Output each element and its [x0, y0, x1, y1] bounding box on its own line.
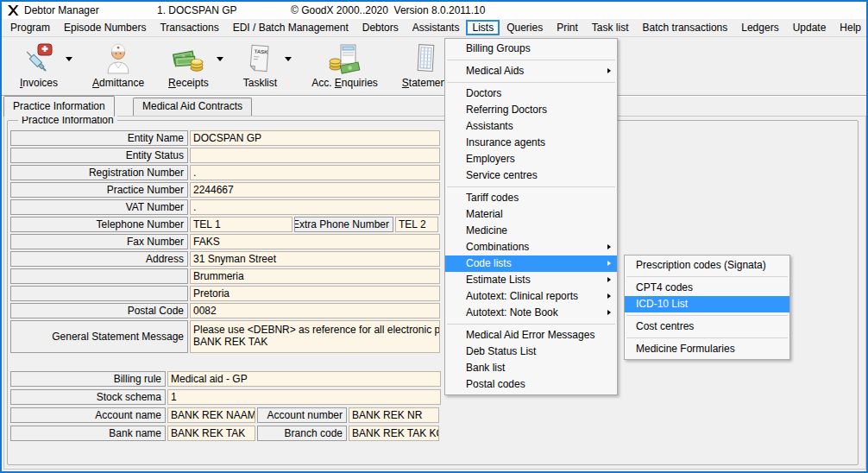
- menu-item-estimate-lists[interactable]: Estimate Lists: [445, 272, 617, 288]
- field-label-extra-phone-number: Extra Phone Number: [294, 217, 393, 232]
- field-bank-name[interactable]: BANK REK TAK: [167, 426, 255, 441]
- menubar-item-batch-transactions[interactable]: Batch transactions: [636, 19, 735, 36]
- field-registration-number[interactable]: .: [190, 165, 440, 180]
- menubar-item-transactions[interactable]: Transactions: [153, 19, 225, 36]
- submenu-arrow-icon: [607, 261, 611, 266]
- field-account-name[interactable]: BANK REK NAAM: [167, 407, 255, 423]
- submenu-arrow-icon: [607, 293, 611, 299]
- menubar-item-task-list[interactable]: Task list: [585, 19, 636, 36]
- menu-item-autotext-clinical-reports[interactable]: Autotext: Clinical reports: [445, 288, 617, 305]
- field-practice-number[interactable]: 2244667: [190, 182, 440, 198]
- titlebar: Debtor Manager 1. DOCSPAN GP © GoodX 200…: [2, 2, 866, 19]
- field-blank[interactable]: Pretoria: [190, 286, 440, 301]
- menu-item-code-lists[interactable]: Code lists: [445, 255, 617, 272]
- menubar-item-ledgers[interactable]: Ledgers: [734, 19, 785, 36]
- submenu-arrow-icon: [607, 244, 611, 249]
- menubar-item-help[interactable]: Help: [833, 19, 868, 36]
- menubar-item-print[interactable]: Print: [550, 19, 585, 36]
- field-fax-number[interactable]: FAKS: [190, 234, 440, 249]
- invoices-button[interactable]: Invoices: [12, 40, 66, 91]
- toolbar-label: Invoices: [20, 77, 58, 89]
- toolbar-label: Statement: [402, 77, 450, 89]
- menubar-item-lists[interactable]: Lists: [466, 20, 500, 35]
- menu-item-autotext-note-book[interactable]: Autotext: Note Book: [445, 305, 617, 321]
- menubar-item-assistants[interactable]: Assistants: [406, 19, 467, 36]
- tab-practice-information[interactable]: Practice Information: [3, 96, 115, 117]
- acc-enquiries-button[interactable]: Acc. Enquiries: [304, 40, 386, 91]
- field-entity-status[interactable]: [190, 148, 440, 163]
- menu-item-combinations[interactable]: Combinations: [445, 239, 617, 255]
- money-icon: [172, 42, 204, 75]
- field-blank[interactable]: Brummeria: [190, 268, 440, 284]
- receipts-button[interactable]: Receipts: [160, 40, 217, 91]
- menu-item-service-centres[interactable]: Service centres: [445, 167, 617, 184]
- svg-text:TASK: TASK: [255, 49, 269, 55]
- menu-item-referring-doctors[interactable]: Referring Doctors: [445, 102, 617, 118]
- field-general-statement-message[interactable]: Please use <DEBNR> as reference for all …: [190, 320, 440, 353]
- code-lists-submenu: Prescription codes (Signata)CPT4 codesIC…: [624, 255, 790, 360]
- tasklist-button[interactable]: TASKTasklist: [236, 40, 285, 91]
- submenu-arrow-icon: [607, 277, 611, 282]
- field-billing-rule[interactable]: Medical aid - GP: [167, 371, 441, 387]
- field-extra-phone-number[interactable]: TEL 2: [395, 217, 438, 232]
- toolbar-label: Admittance: [92, 77, 144, 89]
- menu-item-material[interactable]: Material: [445, 206, 617, 223]
- menu-item-bank-list[interactable]: Bank list: [445, 360, 617, 376]
- practice-row-blank: Brummeria: [10, 268, 440, 284]
- menu-item-medicine-formularies[interactable]: Medicine Formularies: [625, 341, 789, 357]
- field-address[interactable]: 31 Snyman Street: [190, 251, 440, 267]
- practice-row-address: Address31 Snyman Street: [10, 251, 440, 267]
- menu-item-prescription-codes-signata[interactable]: Prescription codes (Signata): [625, 257, 789, 274]
- menu-item-billing-groups[interactable]: Billing Groups: [445, 41, 617, 57]
- billing-row-bank-name: Bank nameBANK REK TAKBranch codeBANK REK…: [10, 426, 441, 441]
- debtor-manager-window: Debtor Manager 1. DOCSPAN GP © GoodX 200…: [0, 0, 868, 473]
- field-vat-number[interactable]: .: [190, 199, 440, 215]
- menubar: ProgramEpisode NumbersTransactionsEDI / …: [2, 19, 866, 37]
- menu-item-icd-10-list[interactable]: ICD-10 List: [625, 296, 789, 312]
- field-entity-name[interactable]: DOCSPAN GP: [190, 130, 440, 146]
- field-label-entity-status: Entity Status: [10, 148, 188, 163]
- menubar-item-episode-numbers[interactable]: Episode Numbers: [57, 19, 153, 36]
- practice-row-practice-number: Practice Number2244667: [10, 182, 440, 198]
- menu-item-cpt4-codes[interactable]: CPT4 codes: [625, 280, 789, 296]
- field-branch-code[interactable]: BANK REK TAK KODE: [349, 426, 439, 441]
- menubar-item-update[interactable]: Update: [786, 19, 833, 36]
- menu-item-medical-aids[interactable]: Medical Aids: [445, 63, 617, 79]
- menubar-item-queries[interactable]: Queries: [500, 19, 550, 36]
- field-label-general-statement-message: General Statement Message: [10, 320, 188, 353]
- menu-item-tariff-codes[interactable]: Tariff codes: [445, 190, 617, 206]
- menubar-item-program[interactable]: Program: [3, 19, 57, 36]
- menu-item-deb-status-list[interactable]: Deb Status List: [445, 344, 617, 360]
- invoices-toolbar-group: Invoices: [12, 40, 76, 91]
- menu-separator: [447, 60, 615, 60]
- menu-item-medical-aid-error-messages[interactable]: Medical Aid Error Messages: [445, 327, 617, 344]
- menu-item-medicine[interactable]: Medicine: [445, 223, 617, 239]
- practice-row-general-statement-message: General Statement MessagePlease use <DEB…: [10, 320, 440, 353]
- practice-row-entity-name: Entity NameDOCSPAN GP: [10, 130, 440, 146]
- tab-medical-aid-contracts[interactable]: Medical Aid Contracts: [133, 98, 252, 116]
- admittance-button[interactable]: Admittance: [85, 40, 152, 91]
- menu-item-cost-centres[interactable]: Cost centres: [625, 318, 789, 335]
- dropdown-arrow-icon[interactable]: [285, 57, 292, 61]
- window-entity-name: 1. DOCSPAN GP: [157, 4, 236, 16]
- menu-item-doctors[interactable]: Doctors: [445, 85, 617, 102]
- app-logo-icon: [7, 4, 19, 16]
- field-stock-schema[interactable]: 1: [167, 389, 441, 405]
- field-label-account-number: Account number: [257, 407, 347, 423]
- version-text: © GoodX 2000..2020 Version 8.0.2011.10: [291, 4, 485, 16]
- toolbar-label: Receipts: [168, 77, 209, 89]
- field-label-vat-number: VAT Number: [10, 199, 188, 215]
- field-telephone-number[interactable]: TEL 1: [190, 217, 292, 232]
- menu-item-insurance-agents[interactable]: Insurance agents: [445, 135, 617, 151]
- practice-row-postal-code: Postal Code0082: [10, 303, 440, 318]
- field-postal-code[interactable]: 0082: [190, 303, 440, 318]
- menubar-item-debtors[interactable]: Debtors: [355, 19, 406, 36]
- field-account-number[interactable]: BANK REK NR: [349, 407, 439, 423]
- dropdown-arrow-icon[interactable]: [66, 57, 72, 61]
- menu-item-employers[interactable]: Employers: [445, 151, 617, 167]
- dropdown-arrow-icon[interactable]: [217, 57, 223, 61]
- menubar-item-edi-batch-management[interactable]: EDI / Batch Management: [226, 19, 355, 36]
- menu-item-assistants[interactable]: Assistants: [445, 118, 617, 135]
- menu-item-postal-codes[interactable]: Postal codes: [445, 376, 617, 393]
- billing-row-stock-schema: Stock schema1: [10, 389, 441, 405]
